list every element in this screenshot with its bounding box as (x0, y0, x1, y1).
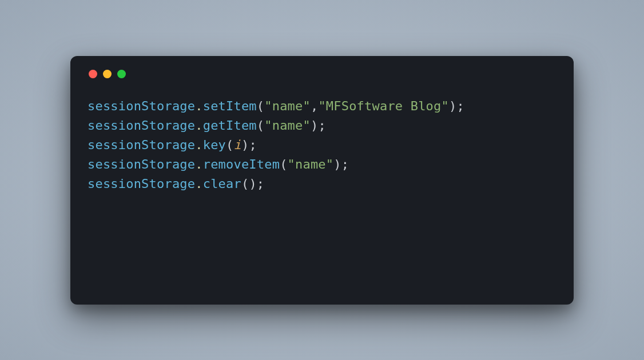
code-line: sessionStorage.key(i); (88, 135, 556, 155)
close-icon[interactable] (89, 70, 97, 78)
method-name: clear (203, 177, 241, 191)
code-block: sessionStorage.setItem("name","MFSoftwar… (88, 97, 556, 194)
string-literal: "name" (264, 99, 311, 113)
object-name: sessionStorage (88, 99, 195, 113)
object-name: sessionStorage (88, 118, 195, 133)
code-line: sessionStorage.setItem("name","MFSoftwar… (88, 97, 556, 116)
code-line: sessionStorage.clear(); (88, 174, 556, 194)
string-literal: "name" (288, 157, 334, 171)
semicolon: ; (257, 177, 264, 191)
traffic-lights (88, 70, 556, 78)
zoom-icon[interactable] (117, 70, 126, 78)
close-paren: ) (249, 177, 256, 191)
minimize-icon[interactable] (103, 70, 112, 78)
semicolon: ; (341, 157, 349, 171)
dot-operator: . (195, 157, 202, 171)
close-paren: ) (449, 99, 456, 113)
close-paren: ) (241, 138, 249, 152)
close-paren: ) (311, 118, 318, 133)
semicolon: ; (456, 99, 464, 113)
dot-operator: . (195, 138, 202, 152)
method-name: key (203, 138, 226, 152)
open-paren: ( (226, 138, 233, 152)
object-name: sessionStorage (88, 138, 195, 152)
open-paren: ( (280, 157, 287, 171)
dot-operator: . (195, 99, 202, 113)
open-paren: ( (257, 99, 264, 113)
close-paren: ) (333, 157, 341, 171)
comma: , (311, 99, 318, 113)
dot-operator: . (195, 118, 202, 133)
code-line: sessionStorage.removeItem("name"); (88, 155, 556, 174)
code-window: sessionStorage.setItem("name","MFSoftwar… (70, 56, 574, 305)
identifier: i (233, 138, 241, 152)
method-name: getItem (203, 118, 257, 133)
object-name: sessionStorage (88, 157, 195, 171)
semicolon: ; (318, 118, 325, 133)
open-paren: ( (241, 177, 249, 191)
string-literal: "MFSoftware Blog" (318, 99, 449, 113)
code-line: sessionStorage.getItem("name"); (88, 116, 556, 135)
method-name: setItem (203, 99, 257, 113)
method-name: removeItem (203, 157, 280, 171)
dot-operator: . (195, 177, 202, 191)
semicolon: ; (249, 138, 256, 152)
string-literal: "name" (264, 118, 311, 133)
open-paren: ( (257, 118, 264, 133)
object-name: sessionStorage (88, 177, 195, 191)
